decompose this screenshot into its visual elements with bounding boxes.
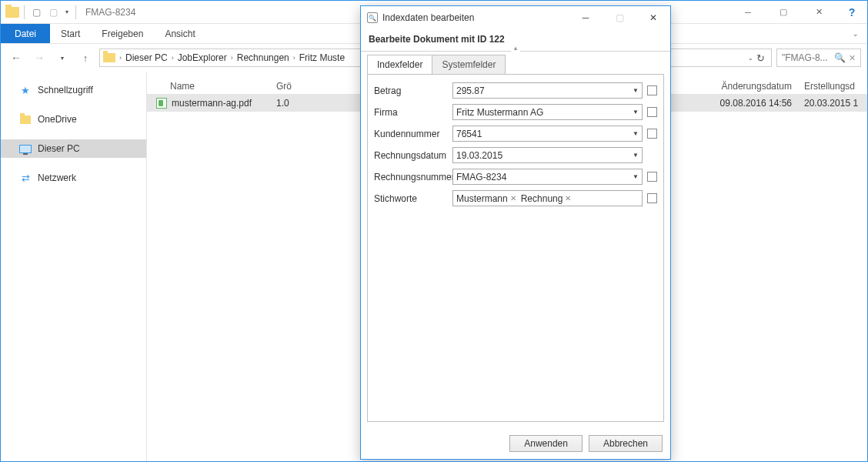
ribbon-collapse-button[interactable]: ⌄	[844, 24, 867, 43]
sidebar-item-quickaccess[interactable]: ★ Schnellzugriff	[1, 81, 146, 99]
chevron-down-icon: ▼	[633, 109, 639, 116]
chevron-right-icon[interactable]: ›	[291, 54, 298, 62]
star-icon: ★	[19, 84, 32, 96]
keyword-tag[interactable]: Rechnung ✕	[521, 193, 572, 204]
remove-tag-icon[interactable]: ✕	[565, 194, 571, 203]
help-button[interactable]: ?	[836, 1, 867, 24]
field-input-rechnungsnummer[interactable]: FMAG-8234▼	[452, 169, 643, 185]
dialog-footer: Anwenden Abbrechen	[361, 428, 670, 459]
tab-systemfields[interactable]: Systemfelder	[432, 55, 506, 74]
ribbon-tab-share[interactable]: Freigeben	[91, 24, 154, 43]
field-checkbox-betrag[interactable]	[647, 85, 657, 95]
file-name: mustermann-ag.pdf	[172, 98, 252, 109]
search-icon: 🔍	[834, 52, 846, 63]
chevron-right-icon[interactable]: ›	[169, 54, 176, 62]
column-header-created[interactable]: Erstellungsd	[798, 81, 867, 92]
field-label-firma: Firma	[374, 107, 448, 118]
dialog-maximize-button: ▢	[603, 7, 636, 28]
column-header-modified[interactable]: Änderungsdatum	[698, 81, 798, 92]
sidebar-item-label: Schnellzugriff	[38, 85, 93, 95]
maximize-button[interactable]: ▢	[766, 1, 801, 24]
sidebar-item-thispc[interactable]: Dieser PC	[1, 139, 146, 158]
ribbon-tab-start[interactable]: Start	[50, 24, 91, 43]
search-placeholder: "FMAG-8...	[782, 52, 831, 63]
sidebar-item-label: Dieser PC	[38, 143, 80, 154]
dialog-title: Indexdaten bearbeiten	[382, 12, 474, 23]
chevron-down-icon: ▼	[633, 173, 639, 180]
pdf-icon	[156, 98, 167, 109]
sidebar-item-onedrive[interactable]: OneDrive	[1, 110, 146, 129]
field-label-rechnungsnummer: Rechnungsnummer	[374, 172, 448, 182]
dialog-tabs: Indexfelder Systemfelder	[361, 55, 670, 74]
index-edit-dialog: 🔍 Indexdaten bearbeiten ─ ▢ ✕ Bearbeite …	[360, 5, 671, 460]
column-header-name[interactable]: Name	[147, 81, 270, 92]
qat-new-folder-icon[interactable]: ▢	[46, 5, 60, 19]
chevron-right-icon[interactable]: ›	[229, 54, 235, 62]
field-label-kundennummer: Kundennummer	[374, 129, 448, 139]
field-checkbox-rechnungsnummer[interactable]	[647, 172, 657, 182]
window-title: FMAG-8234	[85, 7, 135, 18]
field-label-betrag: Betrag	[374, 85, 448, 96]
file-size: 1.0	[270, 98, 301, 109]
pc-icon	[19, 142, 32, 155]
chevron-right-icon[interactable]: ›	[117, 54, 124, 62]
breadcrumb-segment[interactable]: Dieser PC	[125, 52, 168, 63]
tab-indexfields[interactable]: Indexfelder	[367, 55, 432, 74]
dialog-close-button[interactable]: ✕	[636, 7, 670, 28]
dialog-subtitle: Bearbeite Dokument mit ID 122	[361, 29, 670, 52]
dialog-body: Betrag 295.87▼ Firma Fritz Mustermann AG…	[367, 74, 664, 422]
sidebar-item-label: OneDrive	[38, 114, 77, 125]
apply-button[interactable]: Anwenden	[509, 435, 583, 452]
dialog-app-icon: 🔍	[367, 12, 378, 23]
nav-back-button[interactable]: ←	[7, 49, 25, 67]
cancel-button[interactable]: Abbrechen	[589, 435, 663, 452]
qat-dropdown[interactable]: ▾	[63, 5, 71, 19]
field-checkbox-kundennummer[interactable]	[647, 129, 657, 139]
field-checkbox-firma[interactable]	[647, 107, 657, 117]
minimize-button[interactable]: ─	[730, 1, 766, 24]
file-created: 20.03.2015 1	[798, 98, 867, 109]
field-input-kundennummer[interactable]: 76541▼	[452, 126, 643, 142]
network-icon: ⇄	[19, 172, 32, 184]
breadcrumb-segment[interactable]: Rechnungen	[237, 52, 289, 63]
close-button[interactable]: ✕	[801, 1, 836, 24]
column-header-size[interactable]: Grö	[270, 81, 301, 92]
chevron-down-icon: ▼	[633, 130, 639, 137]
field-input-firma[interactable]: Fritz Mustermann AG▼	[452, 104, 643, 120]
nav-up-button[interactable]: ↑	[76, 49, 95, 67]
onedrive-icon	[19, 113, 32, 126]
sidebar-item-label: Netzwerk	[38, 172, 76, 183]
remove-tag-icon[interactable]: ✕	[510, 194, 516, 203]
nav-forward-button[interactable]: →	[30, 49, 48, 67]
field-input-rechnungsdatum[interactable]: 19.03.2015▼	[452, 147, 643, 163]
qat-properties-icon[interactable]: ▢	[29, 5, 43, 19]
field-checkbox-stichworte[interactable]	[647, 193, 657, 203]
chevron-down-icon: ▼	[633, 152, 639, 159]
breadcrumb-segment[interactable]: JobExplorer	[178, 52, 227, 63]
refresh-button[interactable]: ↻	[756, 52, 765, 64]
folder-icon	[103, 53, 115, 62]
search-input[interactable]: "FMAG-8... 🔍 ✕	[776, 49, 861, 67]
folder-icon	[5, 7, 19, 18]
dialog-titlebar[interactable]: 🔍 Indexdaten bearbeiten ─ ▢ ✕	[361, 6, 670, 29]
clear-search-icon[interactable]: ✕	[849, 53, 856, 63]
navigation-sidebar: ★ Schnellzugriff OneDrive Dieser PC ⇄ Ne…	[1, 72, 147, 461]
field-label-rechnungsdatum: Rechnungsdatum	[374, 150, 448, 161]
sidebar-item-network[interactable]: ⇄ Netzwerk	[1, 169, 146, 187]
keyword-tag[interactable]: Mustermann ✕	[456, 193, 516, 204]
ribbon-tab-view[interactable]: Ansicht	[154, 24, 205, 43]
nav-recent-dropdown[interactable]: ▼	[53, 49, 72, 67]
breadcrumb-dropdown[interactable]: ⌄	[748, 55, 753, 62]
chevron-down-icon: ▼	[633, 87, 639, 94]
ribbon-tab-file[interactable]: Datei	[1, 24, 50, 43]
field-label-stichworte: Stichworte	[374, 193, 448, 204]
file-modified: 09.08.2016 14:56	[698, 98, 798, 109]
field-input-betrag[interactable]: 295.87▼	[452, 82, 643, 99]
field-input-stichworte[interactable]: Mustermann ✕ Rechnung ✕	[452, 190, 643, 206]
breadcrumb-segment[interactable]: Fritz Muste	[299, 52, 345, 63]
dialog-minimize-button[interactable]: ─	[569, 7, 603, 28]
